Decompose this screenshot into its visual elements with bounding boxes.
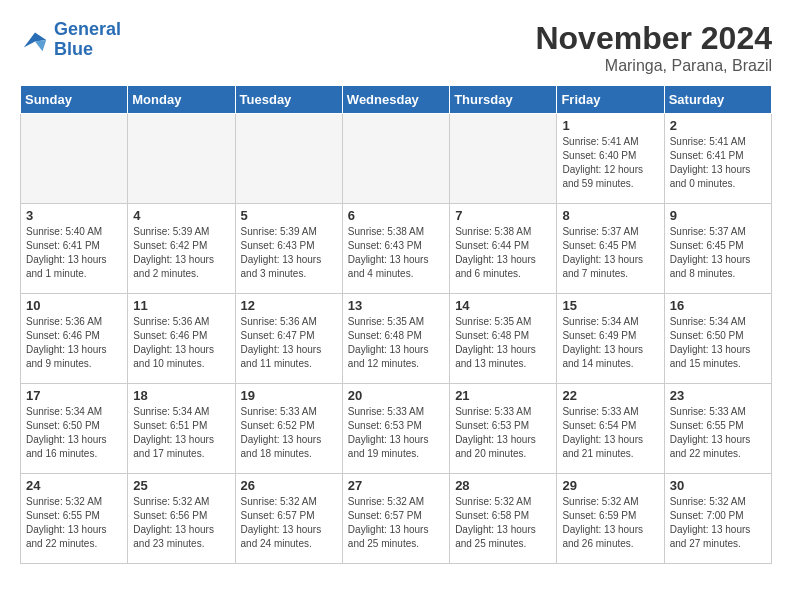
calendar-cell: 21Sunrise: 5:33 AMSunset: 6:53 PMDayligh… [450,384,557,474]
calendar-cell: 1Sunrise: 5:41 AMSunset: 6:40 PMDaylight… [557,114,664,204]
calendar-cell: 8Sunrise: 5:37 AMSunset: 6:45 PMDaylight… [557,204,664,294]
day-number: 6 [348,208,444,223]
calendar-cell: 14Sunrise: 5:35 AMSunset: 6:48 PMDayligh… [450,294,557,384]
weekday-header-friday: Friday [557,86,664,114]
day-info: Sunrise: 5:33 AMSunset: 6:52 PMDaylight:… [241,405,337,461]
day-number: 4 [133,208,229,223]
logo: General Blue [20,20,121,60]
day-info: Sunrise: 5:32 AMSunset: 6:55 PMDaylight:… [26,495,122,551]
weekday-header-tuesday: Tuesday [235,86,342,114]
day-info: Sunrise: 5:33 AMSunset: 6:55 PMDaylight:… [670,405,766,461]
day-info: Sunrise: 5:32 AMSunset: 6:57 PMDaylight:… [241,495,337,551]
calendar-cell: 24Sunrise: 5:32 AMSunset: 6:55 PMDayligh… [21,474,128,564]
day-info: Sunrise: 5:36 AMSunset: 6:46 PMDaylight:… [26,315,122,371]
weekday-header-wednesday: Wednesday [342,86,449,114]
day-number: 17 [26,388,122,403]
day-number: 25 [133,478,229,493]
day-number: 22 [562,388,658,403]
day-info: Sunrise: 5:33 AMSunset: 6:53 PMDaylight:… [455,405,551,461]
calendar-cell: 5Sunrise: 5:39 AMSunset: 6:43 PMDaylight… [235,204,342,294]
day-info: Sunrise: 5:36 AMSunset: 6:47 PMDaylight:… [241,315,337,371]
calendar-cell: 15Sunrise: 5:34 AMSunset: 6:49 PMDayligh… [557,294,664,384]
calendar-cell: 22Sunrise: 5:33 AMSunset: 6:54 PMDayligh… [557,384,664,474]
calendar-cell: 26Sunrise: 5:32 AMSunset: 6:57 PMDayligh… [235,474,342,564]
calendar-cell: 11Sunrise: 5:36 AMSunset: 6:46 PMDayligh… [128,294,235,384]
calendar-week-2: 3Sunrise: 5:40 AMSunset: 6:41 PMDaylight… [21,204,772,294]
calendar-cell: 3Sunrise: 5:40 AMSunset: 6:41 PMDaylight… [21,204,128,294]
day-number: 8 [562,208,658,223]
calendar-cell: 27Sunrise: 5:32 AMSunset: 6:57 PMDayligh… [342,474,449,564]
calendar-cell [450,114,557,204]
day-number: 16 [670,298,766,313]
day-info: Sunrise: 5:35 AMSunset: 6:48 PMDaylight:… [348,315,444,371]
day-info: Sunrise: 5:32 AMSunset: 6:56 PMDaylight:… [133,495,229,551]
day-info: Sunrise: 5:35 AMSunset: 6:48 PMDaylight:… [455,315,551,371]
day-info: Sunrise: 5:41 AMSunset: 6:40 PMDaylight:… [562,135,658,191]
day-info: Sunrise: 5:32 AMSunset: 7:00 PMDaylight:… [670,495,766,551]
day-number: 30 [670,478,766,493]
day-info: Sunrise: 5:39 AMSunset: 6:43 PMDaylight:… [241,225,337,281]
calendar-cell: 30Sunrise: 5:32 AMSunset: 7:00 PMDayligh… [664,474,771,564]
day-info: Sunrise: 5:37 AMSunset: 6:45 PMDaylight:… [670,225,766,281]
calendar-cell: 10Sunrise: 5:36 AMSunset: 6:46 PMDayligh… [21,294,128,384]
day-info: Sunrise: 5:34 AMSunset: 6:50 PMDaylight:… [26,405,122,461]
weekday-header-monday: Monday [128,86,235,114]
day-info: Sunrise: 5:36 AMSunset: 6:46 PMDaylight:… [133,315,229,371]
day-info: Sunrise: 5:32 AMSunset: 6:57 PMDaylight:… [348,495,444,551]
logo-text: General Blue [54,20,121,60]
calendar-cell: 13Sunrise: 5:35 AMSunset: 6:48 PMDayligh… [342,294,449,384]
day-number: 19 [241,388,337,403]
calendar-cell: 20Sunrise: 5:33 AMSunset: 6:53 PMDayligh… [342,384,449,474]
page-header: General Blue November 2024 Maringa, Para… [20,20,772,75]
day-info: Sunrise: 5:34 AMSunset: 6:49 PMDaylight:… [562,315,658,371]
day-info: Sunrise: 5:32 AMSunset: 6:59 PMDaylight:… [562,495,658,551]
calendar-cell [342,114,449,204]
day-number: 23 [670,388,766,403]
day-number: 2 [670,118,766,133]
calendar-cell [21,114,128,204]
day-number: 3 [26,208,122,223]
day-number: 15 [562,298,658,313]
day-info: Sunrise: 5:33 AMSunset: 6:53 PMDaylight:… [348,405,444,461]
day-info: Sunrise: 5:33 AMSunset: 6:54 PMDaylight:… [562,405,658,461]
weekday-header-thursday: Thursday [450,86,557,114]
day-number: 18 [133,388,229,403]
day-number: 29 [562,478,658,493]
calendar-cell: 25Sunrise: 5:32 AMSunset: 6:56 PMDayligh… [128,474,235,564]
logo-icon [20,25,50,55]
day-number: 9 [670,208,766,223]
day-number: 10 [26,298,122,313]
day-info: Sunrise: 5:32 AMSunset: 6:58 PMDaylight:… [455,495,551,551]
day-number: 27 [348,478,444,493]
month-title: November 2024 [535,20,772,57]
location: Maringa, Parana, Brazil [535,57,772,75]
calendar-week-4: 17Sunrise: 5:34 AMSunset: 6:50 PMDayligh… [21,384,772,474]
day-info: Sunrise: 5:34 AMSunset: 6:50 PMDaylight:… [670,315,766,371]
calendar-cell: 12Sunrise: 5:36 AMSunset: 6:47 PMDayligh… [235,294,342,384]
title-block: November 2024 Maringa, Parana, Brazil [535,20,772,75]
day-number: 21 [455,388,551,403]
calendar-cell: 29Sunrise: 5:32 AMSunset: 6:59 PMDayligh… [557,474,664,564]
day-number: 26 [241,478,337,493]
calendar-cell [128,114,235,204]
day-info: Sunrise: 5:40 AMSunset: 6:41 PMDaylight:… [26,225,122,281]
calendar-cell: 4Sunrise: 5:39 AMSunset: 6:42 PMDaylight… [128,204,235,294]
day-number: 12 [241,298,337,313]
calendar-week-5: 24Sunrise: 5:32 AMSunset: 6:55 PMDayligh… [21,474,772,564]
calendar-table: SundayMondayTuesdayWednesdayThursdayFrid… [20,85,772,564]
calendar-week-3: 10Sunrise: 5:36 AMSunset: 6:46 PMDayligh… [21,294,772,384]
day-number: 24 [26,478,122,493]
day-number: 11 [133,298,229,313]
calendar-week-1: 1Sunrise: 5:41 AMSunset: 6:40 PMDaylight… [21,114,772,204]
calendar-cell: 19Sunrise: 5:33 AMSunset: 6:52 PMDayligh… [235,384,342,474]
weekday-header-row: SundayMondayTuesdayWednesdayThursdayFrid… [21,86,772,114]
calendar-cell: 2Sunrise: 5:41 AMSunset: 6:41 PMDaylight… [664,114,771,204]
day-info: Sunrise: 5:34 AMSunset: 6:51 PMDaylight:… [133,405,229,461]
day-info: Sunrise: 5:37 AMSunset: 6:45 PMDaylight:… [562,225,658,281]
day-number: 1 [562,118,658,133]
day-number: 28 [455,478,551,493]
calendar-cell [235,114,342,204]
day-info: Sunrise: 5:41 AMSunset: 6:41 PMDaylight:… [670,135,766,191]
calendar-cell: 23Sunrise: 5:33 AMSunset: 6:55 PMDayligh… [664,384,771,474]
calendar-cell: 9Sunrise: 5:37 AMSunset: 6:45 PMDaylight… [664,204,771,294]
